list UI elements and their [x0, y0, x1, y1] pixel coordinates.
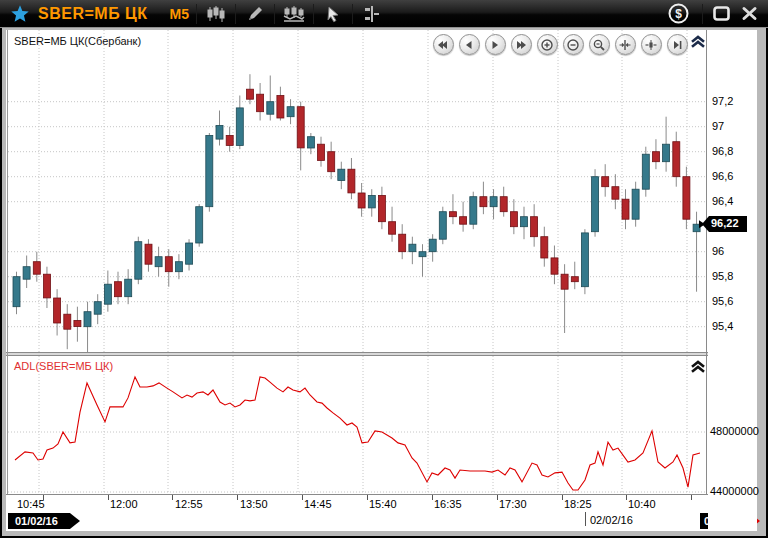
time-label: 17:30: [499, 498, 527, 510]
time-tick: [691, 495, 692, 500]
dollar-button[interactable]: $: [667, 3, 689, 25]
step-back-button[interactable]: [459, 34, 480, 55]
toolbar-separator: [274, 4, 275, 24]
instrument-title: SBER=МБ ЦК: [38, 5, 148, 23]
favorite-star-icon[interactable]: [9, 3, 31, 25]
fast-forward-button[interactable]: [511, 34, 532, 55]
time-tick: [172, 495, 173, 500]
toolbar-separator: [196, 4, 197, 24]
time-label: 14:45: [304, 498, 332, 510]
toolbar-separator: [313, 4, 314, 24]
time-label: 16:35: [434, 498, 462, 510]
adl-indicator-plot[interactable]: [8, 356, 706, 494]
price-axis-label: 96,6: [712, 170, 733, 182]
price-axis-label: 95,4: [712, 320, 733, 332]
restore-window-button[interactable]: [710, 3, 732, 25]
time-label: 15:40: [369, 498, 397, 510]
plot-right-border: [706, 30, 707, 494]
date-badge-start: 01/02/16: [8, 513, 80, 529]
close-button[interactable]: [738, 3, 760, 25]
price-chart-plot[interactable]: [8, 30, 706, 352]
date-row: 01/02/16 02/02/16 02/02/16: [6, 512, 757, 531]
date-label-mid: 02/02/16: [590, 514, 633, 526]
time-axis[interactable]: 10:4512:0012:5513:5014:4515:4016:3517:30…: [6, 494, 757, 512]
adl-axis-label: 44000000: [710, 485, 759, 497]
time-tick: [497, 495, 498, 500]
price-axis-label: 97,2: [712, 95, 733, 107]
levels-icon[interactable]: [360, 3, 384, 25]
collapse-adl-pane-icon[interactable]: [691, 360, 705, 373]
zoom-lens-button[interactable]: [589, 34, 610, 55]
time-label: 12:55: [175, 498, 203, 510]
current-price-badge: 96,22: [702, 216, 747, 232]
instrument-pane-label: SBER=МБ ЦК(Сбербанк): [14, 35, 141, 47]
time-label: 12:00: [110, 498, 138, 510]
zoom-in-button[interactable]: [537, 34, 558, 55]
time-tick: [108, 495, 109, 500]
zoom-out-icon: [567, 39, 579, 51]
price-axis-label: 96,8: [712, 145, 733, 157]
time-tick: [562, 495, 563, 500]
price-axis-label: 97: [712, 120, 724, 132]
adl-pane-label: ADL(SBER=МБ ЦК): [14, 360, 113, 372]
compress-candle-button[interactable]: [641, 34, 662, 55]
price-badge-arrow-icon: [702, 216, 709, 232]
indicator-chart-icon[interactable]: [282, 3, 306, 25]
candlestick-chart-icon[interactable]: [204, 3, 228, 25]
time-label: 18:25: [564, 498, 592, 510]
zoom-out-button[interactable]: [563, 34, 584, 55]
toolbar-separator: [352, 4, 353, 24]
day-separator-tick: [585, 512, 586, 526]
compress-candle-icon: [645, 39, 657, 51]
step-back-icon: [463, 39, 475, 51]
step-forward-icon: [489, 39, 501, 51]
price-axis-label: 96,4: [712, 195, 733, 207]
price-axis-label: 95,6: [712, 295, 733, 307]
rewind-icon: [437, 39, 449, 51]
time-label: 10:45: [17, 498, 45, 510]
time-tick: [626, 495, 627, 500]
collapse-price-pane-icon[interactable]: [691, 35, 705, 48]
time-tick: [432, 495, 433, 500]
chart-client-area: SBER=МБ ЦК(Сбербанк) ADL(SBER=МБ ЦК) 10:…: [6, 30, 757, 531]
step-forward-button[interactable]: [485, 34, 506, 55]
price-axis[interactable]: 96,22 97,29796,896,696,49695,895,695,448…: [708, 30, 757, 531]
toolbar-separator: [235, 4, 236, 24]
price-axis-label: 96: [712, 245, 724, 257]
cursor-icon[interactable]: [321, 3, 345, 25]
svg-text:$: $: [675, 7, 682, 21]
time-label: 10:40: [628, 498, 656, 510]
adl-axis-label: 48000000: [710, 425, 759, 437]
time-tick: [237, 495, 238, 500]
toolbar-separator: [702, 4, 703, 24]
chart-window: SBER=МБ ЦК M5: [0, 0, 768, 538]
go-to-end-button[interactable]: [667, 34, 688, 55]
time-tick: [302, 495, 303, 500]
zoom-lens-icon: [593, 39, 605, 51]
pencil-icon[interactable]: [243, 3, 267, 25]
fast-forward-icon: [515, 39, 527, 51]
compress-icon: [619, 39, 631, 51]
price-axis-label: 95,8: [712, 270, 733, 282]
rewind-button[interactable]: [433, 34, 454, 55]
plot-left-border: [7, 30, 8, 494]
compress-button[interactable]: [615, 34, 636, 55]
time-tick: [367, 495, 368, 500]
title-bar[interactable]: SBER=МБ ЦК M5: [0, 0, 768, 28]
go-to-end-icon: [671, 39, 683, 51]
zoom-in-icon: [541, 39, 553, 51]
timeframe-label[interactable]: M5: [170, 6, 189, 22]
time-label: 13:50: [240, 498, 268, 510]
